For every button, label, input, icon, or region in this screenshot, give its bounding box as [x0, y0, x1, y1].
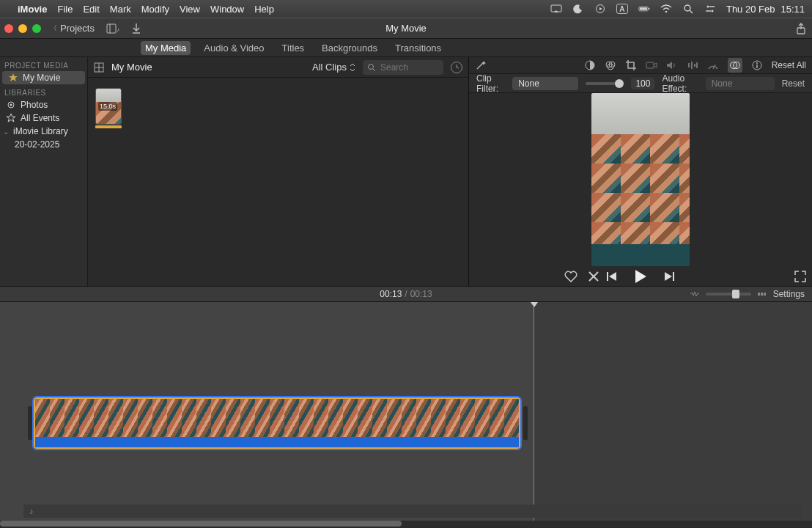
tab-titles[interactable]: Titles [278, 41, 309, 55]
menubar-time[interactable]: 15:11 [780, 4, 805, 15]
back-to-projects-button[interactable]: 〈 Projects [50, 23, 95, 34]
search-input[interactable] [380, 62, 432, 73]
clip-handle-left[interactable] [28, 406, 32, 440]
scrollbar-thumb[interactable] [0, 521, 402, 527]
clip-filter-slider[interactable] [586, 82, 624, 85]
battery-icon[interactable] [638, 3, 650, 15]
speed-icon[interactable] [707, 59, 719, 71]
media-clip[interactable]: 15.0s [95, 88, 122, 128]
sidebar-header-libraries: LIBRARIES [0, 84, 87, 98]
next-frame-button-icon[interactable] [663, 271, 675, 282]
tab-transitions[interactable]: Transitions [391, 41, 446, 55]
wifi-icon[interactable] [660, 3, 672, 15]
svg-rect-3 [640, 7, 647, 10]
photos-icon [6, 100, 16, 109]
menubar-date[interactable]: Thu 20 Feb [726, 4, 775, 15]
zoom-knob[interactable] [732, 290, 739, 298]
zoom-slider[interactable] [706, 293, 751, 296]
filmstrip-frame [446, 399, 460, 437]
view-mode-icon[interactable] [94, 62, 104, 73]
timeline-clip[interactable]: /*placeholder so structure isn't empty; … [34, 397, 520, 449]
menu-modify[interactable]: Modify [141, 4, 169, 15]
screen-mirror-icon[interactable] [550, 3, 562, 15]
menu-file[interactable]: File [57, 4, 73, 15]
share-button-icon[interactable] [794, 23, 808, 34]
clip-filter-icon[interactable] [728, 58, 742, 73]
filmstrip-frame [475, 399, 490, 437]
playhead[interactable] [534, 302, 534, 527]
search-field[interactable] [363, 60, 443, 75]
preview-viewer [469, 93, 812, 266]
project-title: My Movie [385, 23, 427, 34]
filmstrip-frame [460, 399, 475, 437]
clip-filter-label: Clip Filter: [476, 73, 505, 94]
keyboard-input-icon[interactable]: A [616, 4, 628, 14]
replay-icon[interactable] [594, 3, 606, 15]
reset-button[interactable]: Reset [782, 78, 805, 89]
total-duration: 00:13 [410, 289, 432, 299]
sidebar-header-project: PROJECT MEDIA [0, 57, 87, 71]
clip-filter-value-button[interactable]: None [512, 77, 578, 90]
reject-button-icon[interactable] [588, 271, 599, 282]
menu-edit[interactable]: Edit [83, 4, 99, 15]
filmstrip-frame [416, 399, 431, 437]
menu-window[interactable]: Window [210, 4, 244, 15]
filmstrip-frame [372, 399, 387, 437]
media-library-toggle-icon[interactable]: ♪ [106, 23, 121, 34]
menu-mark[interactable]: Mark [110, 4, 131, 15]
menu-view[interactable]: View [180, 4, 200, 15]
zoom-out-indicator-icon [690, 291, 700, 297]
favorite-button-icon[interactable] [564, 271, 577, 282]
window-minimize-button[interactable] [18, 24, 27, 33]
sidebar-library[interactable]: ⌄ iMovie Library [0, 125, 87, 138]
stabilization-icon[interactable] [646, 59, 657, 71]
clock-icon[interactable] [451, 62, 462, 73]
slider-knob[interactable] [615, 79, 624, 88]
filmstrip-frame [387, 399, 402, 437]
prev-frame-button-icon[interactable] [606, 271, 618, 282]
sidebar-photos[interactable]: Photos [0, 98, 87, 111]
filmstrip-frame [123, 399, 138, 437]
filmstrip-frame [402, 399, 416, 437]
sidebar-event-date[interactable]: 20-02-2025 [0, 138, 87, 151]
disclosure-down-icon[interactable]: ⌄ [3, 128, 9, 136]
crop-icon[interactable] [625, 59, 637, 71]
horizontal-scrollbar[interactable] [0, 521, 812, 527]
timeline-settings-button[interactable]: Settings [773, 289, 805, 299]
do-not-disturb-icon[interactable] [572, 3, 584, 15]
enhance-wand-icon[interactable] [475, 59, 487, 71]
volume-icon[interactable] [666, 59, 678, 71]
tab-backgrounds[interactable]: Backgrounds [317, 41, 382, 55]
control-center-icon[interactable] [704, 3, 716, 15]
reset-all-button[interactable]: Reset All [772, 60, 806, 70]
play-button-icon[interactable] [634, 269, 647, 284]
svg-point-19 [10, 104, 12, 106]
project-toolbar: 〈 Projects ♪ My Movie [0, 18, 812, 38]
fullscreen-button-icon[interactable] [794, 271, 806, 282]
filmstrip-frame [64, 399, 79, 437]
clip-audio-waveform[interactable] [35, 437, 519, 449]
menu-help[interactable]: Help [254, 4, 274, 15]
app-menu[interactable]: iMovie [18, 4, 47, 15]
background-music-well[interactable]: ♪ [23, 505, 802, 518]
svg-point-23 [369, 64, 374, 69]
info-icon[interactable] [751, 59, 763, 71]
sidebar-all-events[interactable]: All Events [0, 111, 87, 125]
library-sidebar: PROJECT MEDIA My Movie LIBRARIES Photos … [0, 57, 88, 286]
timeline[interactable]: /*placeholder so structure isn't empty; … [0, 302, 812, 527]
color-balance-icon[interactable] [584, 59, 596, 71]
color-correction-icon[interactable] [605, 59, 616, 71]
clips-filter-dropdown[interactable]: All Clips [312, 62, 355, 73]
import-button-icon[interactable] [131, 23, 141, 34]
svg-rect-4 [649, 8, 649, 10]
sidebar-project-item[interactable]: My Movie [2, 71, 85, 84]
clip-handle-right[interactable] [523, 406, 528, 440]
tab-audio-video[interactable]: Audio & Video [199, 41, 268, 55]
tab-my-media[interactable]: My Media [141, 41, 191, 55]
star-icon [8, 73, 18, 82]
audio-effect-value-button[interactable]: None [706, 77, 775, 90]
window-zoom-button[interactable] [32, 24, 41, 33]
window-close-button[interactable] [4, 24, 13, 33]
spotlight-icon[interactable] [682, 3, 694, 15]
noise-equalizer-icon[interactable] [687, 59, 698, 71]
